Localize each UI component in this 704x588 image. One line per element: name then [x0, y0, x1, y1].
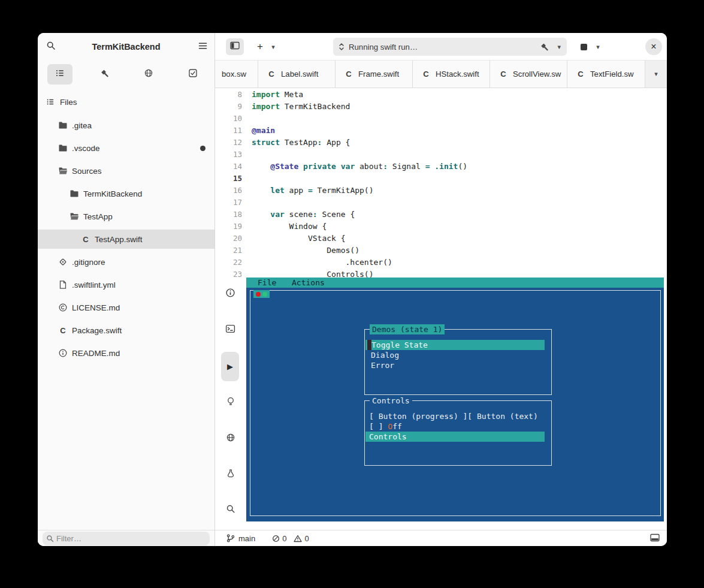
demo-item-error[interactable]: Error	[371, 360, 394, 370]
editor-tab-label: ScrollView.sw	[513, 70, 561, 79]
line-number: 18	[214, 209, 244, 221]
code-line-12: 12struct TestApp: App {	[214, 137, 667, 149]
editor-tab-box-sw[interactable]: box.sw	[214, 61, 258, 88]
line-number: 15	[214, 173, 244, 185]
run-output-button[interactable]: ▶	[221, 352, 239, 381]
branch-name: main	[238, 534, 255, 543]
tree-item-license-md[interactable]: LICENSE.md	[38, 298, 214, 317]
buttons-row[interactable]: [ Button (progress) ][ Button (text)	[369, 411, 538, 421]
folder-icon	[58, 143, 68, 153]
line-number: 14	[214, 161, 244, 173]
demos-frame-title: Demos (state 1)	[370, 324, 445, 334]
demo-item-toggle-state[interactable]: Toggle State	[365, 340, 545, 350]
line-number: 16	[214, 185, 244, 197]
terminal-panel[interactable]: FileActions Demos (state 1) Toggle State…	[246, 278, 664, 521]
tab-build[interactable]	[92, 64, 117, 85]
status-bar: main 0 0	[214, 530, 667, 546]
readme-icon	[58, 348, 68, 358]
code-line-15: 15	[214, 173, 667, 185]
tree-item-label: Package.swift	[72, 326, 122, 335]
tree-item-label: Sources	[72, 167, 102, 176]
errors-indicator[interactable]: 0	[272, 534, 286, 543]
suggestions-button[interactable]	[220, 393, 240, 412]
tree-item-testapp[interactable]: TestApp	[38, 207, 214, 226]
green-dot-icon[interactable]	[262, 292, 267, 297]
tree-item-termkitbackend[interactable]: TermKitBackend	[38, 184, 214, 203]
editor-tab-label-swift[interactable]: CLabel.swift	[258, 61, 336, 88]
tree-item--gitea[interactable]: .gitea	[38, 116, 214, 135]
filter-input[interactable]	[56, 534, 210, 543]
line-number: 9	[214, 101, 244, 113]
demo-item-label: Toggle State	[371, 340, 428, 350]
build-dropdown-icon[interactable]: ▾	[557, 44, 561, 50]
stop-button[interactable]	[576, 38, 591, 55]
terminal-icon	[225, 324, 235, 336]
branch-button[interactable]: main	[226, 534, 255, 543]
web-panel-button[interactable]	[220, 429, 240, 448]
menu-file[interactable]: File	[258, 278, 276, 288]
tree-item-sources[interactable]: Sources	[38, 161, 214, 180]
editor-tab-label: TextField.sw	[590, 70, 634, 79]
messages-button[interactable]	[220, 284, 240, 304]
code-line-8: 8import Meta	[214, 89, 667, 101]
flask-panel-button[interactable]	[220, 465, 240, 484]
menu-button[interactable]	[195, 40, 210, 54]
tree-item-label: LICENSE.md	[72, 303, 120, 312]
stop-dropdown[interactable]: ▾	[593, 38, 603, 55]
stop-icon	[581, 44, 587, 50]
code-text: Demos()	[252, 245, 359, 257]
code-line-16: 16 let app = TermKitApp()	[214, 185, 667, 197]
new-tab-dropdown[interactable]: ▾	[268, 38, 279, 55]
code-editor[interactable]: 8import Meta9import TermKitBackend1011@m…	[214, 88, 667, 278]
tree-item-readme-md[interactable]: README.md	[38, 343, 214, 363]
c-file-icon: C	[498, 70, 508, 79]
menu-actions[interactable]: Actions	[292, 278, 325, 288]
tree-item-label: README.md	[72, 349, 120, 358]
folder-open-icon	[58, 166, 68, 176]
c-file-icon: C	[81, 234, 90, 244]
hammer-icon	[100, 69, 109, 80]
code-line-23: 23 Controls()	[214, 269, 667, 278]
panel-left-icon	[230, 41, 240, 52]
tree-item--swiftlint-yml[interactable]: .swiftlint.yml	[38, 275, 214, 294]
line-number: 22	[214, 257, 244, 269]
tree-item--gitignore[interactable]: .gitignore	[38, 252, 214, 272]
code-text: VStack {	[252, 233, 346, 245]
new-tab-button[interactable]: +	[252, 38, 268, 55]
demo-item-dialog[interactable]: Dialog	[371, 350, 399, 360]
files-section-header[interactable]: Files	[38, 93, 214, 111]
editor-tab-hstack-swift[interactable]: CHStack.swift	[413, 61, 490, 88]
toggle-sidebar-button[interactable]	[226, 38, 244, 55]
warnings-indicator[interactable]: 0	[294, 534, 309, 543]
line-number: 17	[214, 197, 244, 209]
checkbox-off[interactable]: [ ] Off	[369, 421, 402, 432]
search-panel-button[interactable]	[220, 500, 240, 520]
build-hammer-icon[interactable]	[540, 43, 549, 52]
tree-item-package-swift[interactable]: CPackage.swift	[38, 321, 214, 340]
omnibox[interactable]: Running swift run… ▾	[333, 38, 567, 56]
red-dot-icon[interactable]	[256, 292, 261, 297]
tab-project-tree[interactable]	[47, 64, 72, 85]
editor-tab-scrollview-sw[interactable]: CScrollView.sw	[490, 61, 567, 88]
tree-item-testapp-swift[interactable]: CTestApp.swift	[38, 230, 214, 249]
git-branch-icon	[226, 534, 235, 542]
line-number: 12	[214, 137, 244, 149]
search-icon	[226, 504, 235, 516]
code-text: let app = TermKitApp()	[252, 185, 374, 197]
editor-tab-frame-swift[interactable]: CFrame.swift	[336, 61, 413, 88]
sidebar-tab-strip	[38, 61, 214, 87]
toggle-bottom-panel-button[interactable]	[650, 533, 660, 544]
close-window-button[interactable]: ×	[645, 38, 662, 55]
tree-item--vscode[interactable]: .vscode	[38, 138, 214, 158]
list-icon	[55, 68, 65, 80]
tab-overflow-button[interactable]: ▾	[645, 61, 667, 88]
terminal-button[interactable]	[220, 320, 240, 340]
editor-tab-textfield-sw[interactable]: CTextField.sw	[567, 61, 645, 88]
tree-item-label: .swiftlint.yml	[72, 281, 116, 290]
tab-web[interactable]	[136, 64, 161, 85]
folder-icon	[58, 120, 68, 130]
diamond-icon	[58, 257, 68, 267]
code-text: @main	[252, 125, 275, 137]
tab-todo[interactable]	[180, 64, 206, 85]
controls-selected-item[interactable]: Controls	[365, 432, 545, 442]
